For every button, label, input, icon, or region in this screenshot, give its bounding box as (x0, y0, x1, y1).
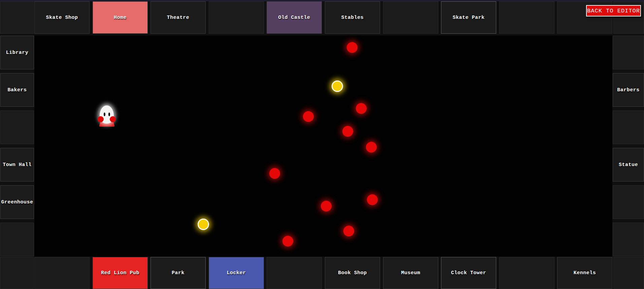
enemy-dot (347, 42, 358, 53)
enemy-dot (366, 142, 377, 153)
tile-empty (267, 257, 322, 289)
tile-park[interactable]: Park (150, 257, 206, 289)
tile-empty (383, 1, 438, 34)
tile-label: Bakers (7, 87, 27, 93)
pellet-dot (198, 219, 209, 230)
tile-empty (0, 257, 34, 289)
tile-label: Museum (401, 270, 420, 276)
tile-empty (209, 1, 264, 34)
tile-skate-park[interactable]: Skate Park (441, 1, 496, 34)
player-ghost-sprite (97, 105, 117, 128)
tile-skate-shop[interactable]: Skate Shop (34, 1, 90, 34)
tile-clock-tower[interactable]: Clock Tower (441, 257, 496, 289)
enemy-dot (356, 103, 367, 114)
tile-empty (0, 110, 34, 144)
ghost-right-eye (108, 113, 110, 116)
tile-empty (499, 257, 554, 289)
tile-label: Kennels (574, 270, 596, 276)
tile-kennels[interactable]: Kennels (557, 257, 612, 289)
tile-red-lion-pub[interactable]: Red Lion Pub (93, 257, 148, 289)
tile-label: Skate Park (452, 15, 484, 21)
tile-town-hall[interactable]: Town Hall (0, 148, 34, 182)
tile-label: Locker (227, 270, 246, 276)
tile-label: Stables (341, 15, 364, 21)
tile-barbers[interactable]: Barbers (613, 73, 644, 107)
tile-museum[interactable]: Museum (383, 257, 438, 289)
enemy-dot (282, 236, 293, 247)
enemy-dot (269, 168, 280, 179)
game-stage: Skate ShopHomeTheatreOld CastleStablesSk… (0, 0, 644, 289)
tile-label: Greenhouse (1, 199, 33, 205)
tile-label: Home (114, 15, 127, 21)
enemy-dot (367, 194, 378, 205)
tile-greenhouse[interactable]: Greenhouse (0, 185, 34, 219)
ghost-left-eye (104, 113, 105, 116)
tile-empty (499, 1, 554, 34)
tile-empty (613, 223, 644, 256)
tile-label: Clock Tower (451, 270, 486, 276)
tile-label: Red Lion Pub (101, 270, 139, 276)
tile-label: Statue (619, 162, 638, 168)
tile-empty (613, 36, 644, 69)
tile-empty (613, 110, 644, 144)
tile-empty (34, 257, 90, 289)
play-area (34, 35, 612, 257)
tile-empty (613, 257, 644, 289)
enemy-dot (321, 201, 332, 212)
tile-theatre[interactable]: Theatre (150, 1, 206, 34)
tile-label: Theatre (167, 15, 190, 21)
tile-library[interactable]: Library (0, 36, 34, 69)
enemy-dot (342, 126, 353, 137)
tile-stables[interactable]: Stables (325, 1, 380, 34)
tile-statue[interactable]: Statue (613, 148, 644, 182)
tile-label: Library (6, 50, 29, 56)
ghost-right-cheek (110, 116, 116, 122)
tile-label: Old Castle (278, 15, 310, 21)
enemy-dot (303, 111, 314, 122)
tile-label: Park (172, 270, 184, 276)
tile-label: Barbers (617, 87, 640, 93)
enemy-dot (343, 226, 354, 236)
tile-old-castle[interactable]: Old Castle (267, 1, 322, 34)
tile-book-shop[interactable]: Book Shop (325, 257, 380, 289)
tile-empty (613, 185, 644, 219)
ghost-left-cheek (98, 116, 104, 122)
tile-empty (0, 1, 34, 34)
tile-locker[interactable]: Locker (209, 257, 264, 289)
tile-bakers[interactable]: Bakers (0, 73, 34, 107)
tile-label: Book Shop (338, 270, 367, 276)
back-to-editor-button[interactable]: BACK TO EDITOR (586, 5, 641, 17)
tile-empty (0, 223, 34, 256)
pellet-dot (332, 81, 343, 92)
tile-home[interactable]: Home (93, 1, 148, 34)
tile-label: Skate Shop (46, 15, 78, 21)
tile-label: Town Hall (3, 162, 32, 168)
